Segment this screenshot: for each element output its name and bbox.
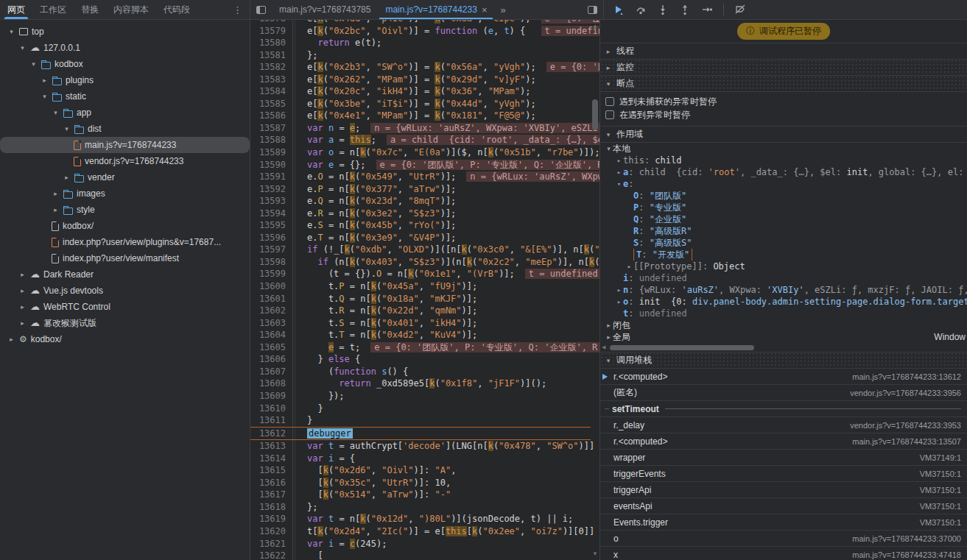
code-line[interactable]: 13591e.O = n[k("0x549", "UtrR")];n = {wR… [250,171,591,183]
scope-row-S[interactable]: S: "高级版S" [600,237,967,249]
scope-row-R[interactable]: R: "高级版R" [600,225,967,237]
scope-row-[interactable]: ▸闭包 [600,319,967,331]
line-number[interactable]: 13588 [250,134,293,146]
line-number[interactable]: 13581 [250,49,293,62]
tree-item-style[interactable]: ▸style [0,202,250,218]
stack-frame-[interactable]: (匿名)vendor.js?v=1768744233:3956 [600,384,967,400]
line-number[interactable]: 13580 [250,37,293,49]
code-line[interactable]: 13609 }); [250,390,591,403]
line-number[interactable]: 13590 [250,159,293,171]
code-line[interactable]: 13615 [k("0x2d6", "Oivl")]: "A", [250,464,591,477]
line-number[interactable]: 13614 [250,453,293,465]
line-number[interactable]: 13601 [250,293,293,305]
code-line[interactable]: 13597if (!_[k("0xdb", "OLXD")]([n[k("0x3… [250,244,591,256]
code-line[interactable]: 13593e.Q = n[k("0x23d", "8mqT")]; [250,195,591,208]
checkbox[interactable] [605,97,614,106]
line-number[interactable]: 13585 [250,98,293,110]
line-number[interactable]: 13607 [250,366,293,378]
code-line[interactable]: 13620t[k("0x2d4", "2Ic(")] = e[this[k("0… [250,525,591,538]
code-line[interactable]: 13586e[k("0x4e1", "MPam")] = k("0x181", … [250,110,591,122]
code-line[interactable]: 13612debugger [250,427,591,441]
nav-tab-内容脚本[interactable]: 内容脚本 [106,0,156,19]
code-line[interactable]: 13601 t.Q = n[k("0x18a", "mKJF")]; [250,293,591,305]
stack-frame-setTimeout[interactable]: setTimeout [600,400,967,417]
tree-item-127.0.0.1[interactable]: ▾☁127.0.0.1 [0,40,250,56]
scrollbar-thumb[interactable] [610,345,754,350]
line-number[interactable]: 13615 [250,464,293,477]
code-line[interactable]: 13589var o = n[k("0x7c", "E(0a")]($, n[k… [250,146,591,159]
scope-row-n[interactable]: ▸n: {wRLux: 'auRsZ', WXpwa: 'XVBIy', eSZ… [600,284,967,296]
tree-item-kodbox-[interactable]: kodbox/ [0,218,250,234]
stack-frame-o[interactable]: omain.js?v=1768744233:37000 [600,530,967,546]
nav-tab-替换[interactable]: 替换 [74,0,106,19]
scope-row-o[interactable]: ▸o: init {0: div.panel-body.admin-settin… [600,296,967,308]
resume-icon[interactable] [613,4,625,15]
chevron-right-icon[interactable]: ▸ [605,319,613,331]
line-number[interactable]: 13600 [250,280,293,293]
line-number[interactable]: 13589 [250,146,293,159]
code-line[interactable]: 13606 } else { [250,353,591,366]
line-number[interactable]: 13613 [250,440,293,453]
line-number[interactable]: 13620 [250,525,293,538]
nav-tab-网页[interactable]: 网页 [0,0,32,19]
tree-item-kodbox-[interactable]: ▸⚙kodbox/ [0,331,250,347]
section-callstack[interactable]: ▾ 调用堆栈 [600,352,967,368]
more-tabs-menu-icon[interactable]: ⋮ [225,0,250,19]
line-number[interactable]: 13621 [250,538,293,550]
line-number[interactable]: 13593 [250,195,293,208]
chevron-right-icon[interactable]: ▸ [605,331,613,343]
scope-row-O[interactable]: O: "团队版" [600,190,967,202]
nav-tab-代码段[interactable]: 代码段 [156,0,197,19]
stack-frame-triggerEvents[interactable]: triggerEventsVM37150:1 [600,465,967,481]
line-number[interactable]: 13587 [250,122,293,135]
code-line[interactable]: 13602 t.R = n[k("0x22d", "qmNm")]; [250,305,591,317]
line-number[interactable]: 13582 [250,61,293,74]
code-line[interactable]: 13621var i = c(245); [250,538,591,550]
tab-overflow-icon[interactable]: » [494,4,511,15]
tree-item-index.php-user-view-plugins-v-17687...[interactable]: index.php?user/view/plugins&v=17687... [0,234,250,250]
scope-row-a[interactable]: ▸a: child {cid: 'root', _data_: {…}, $el… [600,166,967,178]
line-number[interactable]: 13584 [250,85,293,98]
close-icon[interactable]: × [482,4,488,15]
breakpoint-option[interactable]: 在遇到异常时暂停 [600,108,967,121]
chevron-right-icon[interactable]: ▸ [63,174,71,181]
scrollbar-thumb[interactable] [592,99,598,130]
line-number[interactable]: 13616 [250,477,293,489]
line-number[interactable]: 13622 [250,550,293,560]
code-line[interactable]: 13608 return _0xd589e5[k("0x1f8", "jF1F"… [250,378,591,390]
code-line[interactable]: 13613var t = authCrypt['decode'](LNG[n[k… [250,440,591,453]
chevron-right-icon[interactable]: ▸ [615,284,623,296]
chevron-down-icon[interactable]: ▾ [63,125,71,132]
line-number[interactable]: 13609 [250,390,293,403]
section-breakpoints[interactable]: ▾ 断点 [600,75,967,91]
section-threads[interactable]: ▸ 线程 [600,43,967,59]
code-line[interactable]: 13607 (function s() { [250,366,591,378]
code-line[interactable]: 13611} [250,414,591,427]
chevron-right-icon[interactable]: ▸ [41,77,49,84]
stack-frame-eventsApi[interactable]: eventsApiVM37150:1 [600,497,967,514]
chevron-right-icon[interactable]: ▸ [52,206,60,213]
line-number[interactable]: 13599 [250,268,293,280]
chevron-right-icon[interactable]: ▸ [615,166,623,178]
editor-vertical-scrollbar[interactable]: ▲ ▼ [591,20,599,560]
code-line[interactable]: 13581}; [250,49,591,62]
scope-row-P[interactable]: P: "专业版" [600,202,967,213]
line-number[interactable]: 13596 [250,232,293,244]
chevron-down-icon[interactable]: ▾ [41,93,49,100]
breakpoint-option[interactable]: 遇到未捕获的异常时暂停 [600,95,967,108]
code-line[interactable]: 13596e.T = n[k("0x3e9", "&V4P")]; [250,232,591,244]
nav-tab-工作区[interactable]: 工作区 [32,0,74,19]
section-scope[interactable]: ▾ 作用域 [600,126,967,142]
tree-item-Dark-Reader[interactable]: ▸☁Dark Reader [0,266,250,283]
line-number[interactable]: 13605 [250,341,293,354]
code-line[interactable]: 13595e.S = n[k("0x45b", "rYo(")]; [250,219,591,232]
stack-frame-x[interactable]: xmain.js?v=1768744233:47418 [600,546,967,560]
tree-item-dist[interactable]: ▾dist [0,121,250,137]
line-number[interactable]: 13598 [250,256,293,269]
line-number[interactable]: 13597 [250,244,293,256]
line-number[interactable]: 13591 [250,171,293,183]
line-number[interactable]: 13592 [250,183,293,196]
stack-frame-r.computed[interactable]: r.<computed>main.js?v=1768744233:13507 [600,433,967,449]
tree-item-top[interactable]: ▾top [0,24,250,40]
toggle-navigator-icon[interactable] [256,6,266,14]
